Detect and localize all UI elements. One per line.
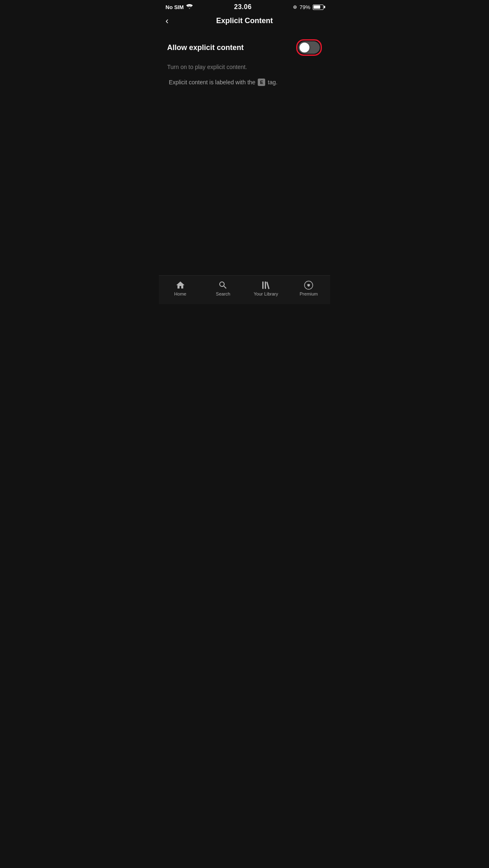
tag-suffix-text: tag. xyxy=(268,78,277,87)
status-bar: No SIM 23.06 ⊕ 79% xyxy=(159,0,330,13)
battery-icon xyxy=(313,5,324,10)
status-time: 23.06 xyxy=(234,3,252,11)
nav-item-library[interactable]: Your Library xyxy=(244,280,288,296)
main-content: Allow explicit content Turn on to play e… xyxy=(159,30,330,275)
status-battery: ⊕ 79% xyxy=(293,4,324,10)
toggle-knob xyxy=(300,43,309,52)
nav-label-search: Search xyxy=(216,291,230,296)
nav-item-home[interactable]: Home xyxy=(159,280,202,296)
svg-rect-1 xyxy=(265,281,266,289)
nav-label-library: Your Library xyxy=(254,291,278,296)
back-arrow-icon: ‹ xyxy=(165,16,168,26)
bottom-navigation: Home Search Your Library Premium xyxy=(159,275,330,304)
explicit-content-toggle-row: Allow explicit content xyxy=(159,33,330,62)
page-header: ‹ Explicit Content xyxy=(159,13,330,30)
svg-point-3 xyxy=(307,284,310,286)
library-icon xyxy=(261,280,271,290)
page-title: Explicit Content xyxy=(216,17,273,25)
turn-on-description: Turn on to play explicit content. xyxy=(159,62,330,78)
battery-percent: 79% xyxy=(300,4,310,10)
svg-rect-0 xyxy=(262,281,264,289)
battery-fill xyxy=(314,5,320,9)
nav-item-premium[interactable]: Premium xyxy=(288,280,331,296)
carrier-text: No SIM xyxy=(165,4,184,10)
home-icon xyxy=(175,280,185,290)
e-badge: E xyxy=(258,79,265,86)
toggle-label: Allow explicit content xyxy=(167,43,244,52)
nav-label-home: Home xyxy=(174,291,186,296)
explicit-content-toggle[interactable] xyxy=(298,41,320,54)
location-icon: ⊕ xyxy=(293,4,297,10)
search-icon xyxy=(218,280,228,290)
tag-label-text: Explicit content is labeled with the xyxy=(169,78,255,87)
status-carrier: No SIM xyxy=(165,4,193,10)
back-button[interactable]: ‹ xyxy=(165,17,168,26)
explicit-tag-description: Explicit content is labeled with the E t… xyxy=(159,78,330,93)
nav-item-search[interactable]: Search xyxy=(202,280,245,296)
toggle-highlight-box xyxy=(296,39,322,56)
wifi-icon xyxy=(186,4,193,10)
premium-icon xyxy=(304,280,314,290)
nav-label-premium: Premium xyxy=(300,291,318,296)
